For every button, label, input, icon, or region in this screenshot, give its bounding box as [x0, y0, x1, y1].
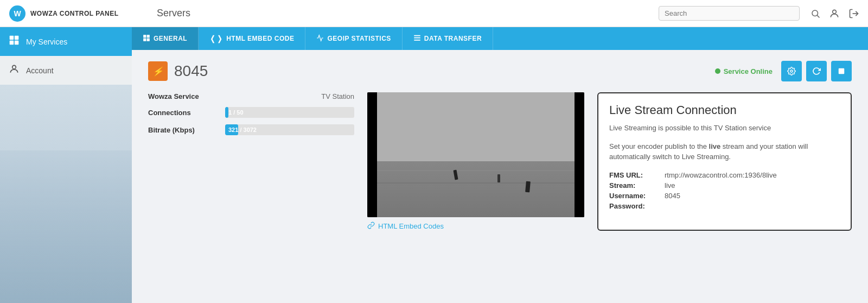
service-controls: Service Online — [715, 61, 852, 81]
tab-general-label: GENERAL — [154, 35, 187, 42]
main-layout: My Services Account — [0, 27, 868, 303]
username-row: Username: 8045 — [609, 192, 840, 200]
stats-panel: Wowza Service TV Station Connections 1 /… — [148, 92, 354, 231]
bitrate-label: Bitrate (Kbps) — [148, 126, 219, 134]
svg-rect-19 — [839, 68, 845, 74]
stop-button[interactable] — [831, 61, 852, 81]
service-title-area: ⚡ 8045 — [148, 61, 208, 81]
info-section: Wowza Service TV Station Connections 1 /… — [148, 92, 852, 231]
wowza-service-row: Wowza Service TV Station — [148, 92, 354, 100]
tab-html-embed-label: HTML EMBED CODE — [226, 35, 294, 42]
online-indicator — [715, 68, 720, 74]
sidebar-item-label: My Services — [26, 37, 67, 46]
sidebar-item-label: Account — [26, 66, 54, 75]
sidebar-background — [0, 85, 132, 303]
tab-geoip-label: GEOIP STATISTICS — [327, 35, 391, 42]
connections-row: Connections 1 / 50 — [148, 107, 354, 118]
restart-button[interactable] — [806, 61, 827, 81]
svg-rect-16 — [414, 37, 420, 38]
password-row: Password: — [609, 202, 840, 210]
fms-url-value: rtmp://wowzacontrol.com:1936/8live — [665, 171, 777, 179]
connection-details: FMS URL: rtmp://wowzacontrol.com:1936/8l… — [609, 171, 840, 210]
wowza-logo-icon: W — [9, 5, 26, 22]
wowza-service-value: TV Station — [321, 92, 354, 100]
svg-point-4 — [833, 10, 837, 14]
live-stream-desc2-bold: live — [709, 142, 721, 150]
username-value: 8045 — [665, 192, 680, 200]
my-services-icon — [9, 35, 20, 48]
svg-rect-15 — [414, 35, 420, 36]
bitrate-row: Bitrate (Kbps) 321 / 3072 — [148, 124, 354, 135]
svg-rect-8 — [10, 41, 14, 45]
logo-text: WOWZA CONTROL PANEL — [30, 10, 119, 17]
live-stream-desc2-prefix: Set your encoder publish to the — [609, 142, 709, 150]
connections-progress-bar: 1 / 50 — [225, 107, 354, 118]
bitrate-progress-bar: 321 / 3072 — [225, 124, 354, 135]
bitrate-progress-fill: 321 / 3072 — [225, 124, 238, 135]
settings-button[interactable] — [781, 61, 802, 81]
live-stream-title: Live Stream Connection — [609, 103, 840, 117]
logout-button[interactable] — [848, 8, 859, 19]
bitrate-progress-text: 321 / 3072 — [228, 127, 257, 133]
html-embed-codes-text: HTML Embed Codes — [378, 222, 444, 230]
password-label: Password: — [609, 202, 658, 210]
connections-progress-fill: 1 / 50 — [225, 107, 228, 118]
link-icon — [367, 222, 375, 231]
svg-rect-9 — [15, 41, 19, 45]
tab-general[interactable]: GENERAL — [132, 27, 199, 50]
service-status-badge: Service Online — [715, 67, 773, 75]
stream-row: Stream: live — [609, 181, 840, 190]
sidebar-item-account[interactable]: Account — [0, 56, 132, 85]
geoip-icon — [316, 34, 324, 43]
stream-label: Stream: — [609, 181, 658, 190]
account-icon — [9, 64, 20, 77]
video-preview — [367, 92, 584, 217]
video-bar-right — [575, 92, 584, 217]
logo-area: W WOWZA CONTROL PANEL — [9, 5, 141, 22]
video-panel: HTML Embed Codes — [367, 92, 584, 231]
svg-rect-14 — [147, 38, 150, 41]
connections-label: Connections — [148, 109, 219, 117]
page-content: ⚡ 8045 Service Online — [132, 50, 868, 303]
stream-value: live — [665, 181, 675, 190]
svg-point-10 — [12, 65, 16, 69]
general-tab-icon — [143, 34, 150, 43]
service-id: 8045 — [174, 62, 208, 80]
video-bar-left — [367, 92, 377, 217]
svg-text:W: W — [14, 9, 21, 18]
app-header: W WOWZA CONTROL PANEL Servers — [0, 0, 868, 27]
live-stream-desc1: Live Streaming is possible to this TV St… — [609, 123, 840, 134]
svg-point-18 — [790, 70, 793, 72]
tab-data-transfer[interactable]: DATA TRANSFER — [403, 27, 493, 50]
service-header: ⚡ 8045 Service Online — [148, 61, 852, 81]
tab-geoip[interactable]: GEOIP STATISTICS — [305, 27, 402, 50]
header-icons — [810, 8, 859, 19]
sidebar: My Services Account — [0, 27, 132, 303]
video-scene — [367, 92, 584, 217]
svg-rect-17 — [414, 39, 420, 40]
tab-html-embed[interactable]: ❬❭ HTML EMBED CODE — [199, 27, 305, 50]
sidebar-item-my-services[interactable]: My Services — [0, 27, 132, 56]
search-area — [659, 6, 859, 21]
fms-url-label: FMS URL: — [609, 171, 658, 179]
tab-data-transfer-label: DATA TRANSFER — [424, 35, 482, 42]
user-button[interactable] — [829, 8, 840, 19]
page-title: Servers — [141, 8, 659, 19]
svg-rect-13 — [143, 38, 146, 41]
connections-progress-text: 1 / 50 — [228, 109, 244, 116]
wowza-service-icon: ⚡ — [148, 61, 168, 81]
search-button[interactable] — [810, 9, 820, 18]
content-area: GENERAL ❬❭ HTML EMBED CODE GEOIP STATIST… — [132, 27, 868, 303]
html-embed-codes-link[interactable]: HTML Embed Codes — [367, 222, 584, 231]
svg-point-2 — [812, 10, 818, 16]
fms-url-row: FMS URL: rtmp://wowzacontrol.com:1936/8l… — [609, 171, 840, 179]
username-label: Username: — [609, 192, 658, 200]
html-embed-icon: ❬❭ — [209, 34, 223, 43]
tab-bar: GENERAL ❬❭ HTML EMBED CODE GEOIP STATIST… — [132, 27, 868, 50]
svg-line-3 — [817, 15, 819, 17]
svg-rect-11 — [143, 35, 146, 37]
data-transfer-icon — [413, 34, 421, 43]
live-stream-box: Live Stream Connection Live Streaming is… — [597, 92, 852, 231]
wowza-service-label: Wowza Service — [148, 92, 219, 100]
search-input[interactable] — [659, 6, 800, 21]
